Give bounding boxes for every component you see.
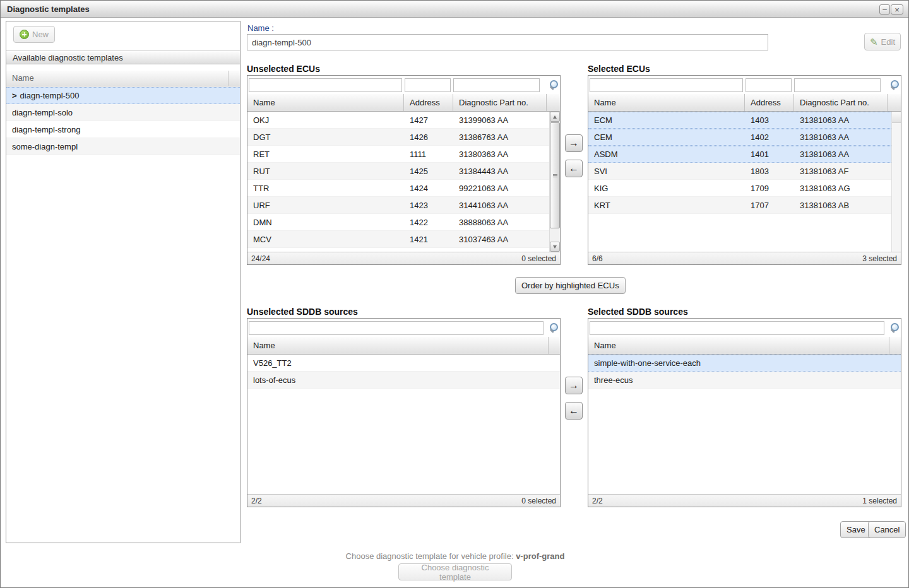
unselected-sddb-footer: 2/2 0 selected [247, 494, 560, 507]
name-cell: URF [247, 201, 404, 210]
column-header-part[interactable]: Diagnostic Part no. [453, 94, 547, 111]
name-column-header[interactable]: Name [6, 71, 229, 86]
move-right-button[interactable]: → [565, 134, 583, 152]
triangle-up-icon [553, 115, 557, 119]
row-count: 2/2 [592, 497, 603, 505]
part-cell: 31441063 AA [453, 201, 549, 210]
part-cell: 31381063 AB [794, 201, 891, 210]
filter-address-input[interactable] [746, 78, 792, 92]
column-header-name[interactable]: Name [247, 337, 549, 354]
table-row[interactable]: SVI180331381063 AF [588, 163, 891, 180]
grip-icon [553, 174, 557, 177]
unselected-ecus-title: Unselected ECUs [247, 64, 320, 74]
unselected-sddb-title: Unselected SDDB sources [247, 307, 358, 317]
template-list-item[interactable]: diagn-templ-strong [6, 121, 240, 138]
label-cell: >diagn-templ-500 [6, 91, 85, 100]
table-row[interactable]: ASDM140131381063 AA [588, 146, 891, 163]
filter-name-input[interactable] [590, 321, 884, 335]
table-row[interactable]: lots-of-ecus [247, 372, 560, 389]
table-row[interactable]: URF142331441063 AA [247, 197, 549, 214]
template-name-input[interactable] [247, 34, 768, 50]
triangle-down-icon [553, 245, 557, 249]
address-cell: 1402 [745, 132, 794, 142]
unselected-sddb-column-headers: Name [247, 337, 560, 355]
selected-ecus-title: Selected ECUs [588, 64, 650, 74]
save-button[interactable]: Save [840, 521, 872, 538]
table-row[interactable]: RET111131380363 AA [247, 146, 549, 163]
unselected-sddb-grid: Name V526_TT2lots-of-ecus 2/2 0 selected [247, 318, 561, 507]
column-header-name[interactable]: Name [247, 94, 404, 111]
filter-part-input[interactable] [794, 78, 881, 92]
address-cell: 1426 [404, 132, 453, 142]
scrollbar-track[interactable] [891, 112, 901, 252]
name-cell: SVI [588, 167, 745, 176]
filter-address-input[interactable] [405, 78, 451, 92]
order-by-highlighted-button[interactable]: Order by highlighted ECUs [515, 277, 626, 294]
selected-sddb-grid: Name simple-with-one-service-eachthree-e… [588, 318, 901, 507]
choose-diagnostic-template-button[interactable]: Choose diagnostic template [398, 563, 512, 580]
table-row[interactable]: three-ecus [588, 372, 901, 389]
name-cell: MCV [247, 235, 404, 244]
name-cell: OKJ [247, 115, 404, 125]
add-plus-icon [20, 30, 29, 39]
table-row[interactable]: DMN142238888063 AA [247, 214, 549, 231]
filter-name-input[interactable] [249, 321, 544, 335]
scroll-up-button[interactable] [550, 112, 560, 122]
column-header-part[interactable]: Diagnostic Part no. [794, 94, 888, 111]
name-cell: KRT [588, 201, 745, 210]
table-row[interactable]: ECM140331381063 AA [588, 112, 891, 129]
part-cell: 31381063 AA [794, 132, 891, 142]
new-template-button[interactable]: New [13, 26, 55, 43]
name-cell: CEM [588, 132, 745, 142]
table-row[interactable]: TTR142499221063 AA [247, 180, 549, 197]
table-row[interactable]: V526_TT2 [247, 355, 560, 372]
address-cell: 1424 [404, 184, 453, 193]
table-row[interactable]: KRT170731381063 AB [588, 197, 891, 214]
move-left-button[interactable]: ← [565, 402, 583, 420]
table-row[interactable]: simple-with-one-service-each [588, 355, 901, 372]
scrollbar-thumb[interactable] [550, 122, 560, 228]
edit-button[interactable]: ✎ Edit [864, 33, 901, 50]
address-cell: 1425 [404, 167, 453, 176]
part-cell: 31399063 AA [453, 115, 549, 125]
table-row[interactable]: OKJ142731399063 AA [247, 112, 549, 129]
selected-sddb-rows: simple-with-one-service-eachthree-ecus [588, 355, 901, 494]
column-header-address[interactable]: Address [745, 94, 794, 111]
name-cell: DGT [247, 132, 404, 142]
name-cell: RET [247, 150, 404, 159]
prompt-text: Choose diagnostic template for vehicle p… [346, 551, 514, 561]
template-list-item[interactable]: diagn-templ-solo [6, 104, 240, 121]
selected-sddb-title: Selected SDDB sources [588, 307, 688, 317]
selection-status: 1 selected [862, 497, 897, 505]
vehicle-profile-prompt: Choose diagnostic template for vehicle p… [1, 551, 909, 561]
search-icon [891, 80, 899, 88]
table-row[interactable]: DGT142631386763 AA [247, 129, 549, 146]
move-left-button[interactable]: ← [565, 160, 583, 177]
column-header-name[interactable]: Name [588, 337, 889, 354]
table-row[interactable]: CEM140231381063 AA [588, 129, 891, 146]
template-list-item[interactable]: >diagn-templ-500 [6, 87, 240, 104]
selection-status: 0 selected [521, 254, 556, 263]
cancel-button[interactable]: Cancel [868, 521, 906, 538]
vertical-scrollbar[interactable] [549, 112, 560, 252]
template-list: >diagn-templ-500diagn-templ-solodiagn-te… [6, 87, 240, 543]
template-list-item[interactable]: some-diagn-templ [6, 138, 240, 155]
table-row[interactable]: MCV142131037463 AA [247, 231, 549, 248]
minimize-button[interactable]: – [879, 4, 890, 15]
column-header-spacer [549, 337, 560, 354]
close-button[interactable]: × [891, 4, 903, 15]
filter-name-input[interactable] [590, 78, 743, 92]
column-header-name[interactable]: Name [588, 94, 745, 111]
table-row[interactable]: KIG170931381063 AG [588, 180, 891, 197]
filter-part-input[interactable] [453, 78, 540, 92]
selection-status: 0 selected [521, 497, 556, 505]
column-header-address[interactable]: Address [404, 94, 453, 111]
search-icon [550, 80, 558, 88]
filter-name-input[interactable] [249, 78, 402, 92]
move-right-button[interactable]: → [565, 377, 583, 394]
search-icon [891, 323, 899, 331]
scroll-down-button[interactable] [550, 242, 560, 252]
name-field-label: Name : [247, 23, 274, 33]
table-row[interactable]: RUT142531384443 AA [247, 163, 549, 180]
name-cell: V526_TT2 [247, 358, 560, 368]
